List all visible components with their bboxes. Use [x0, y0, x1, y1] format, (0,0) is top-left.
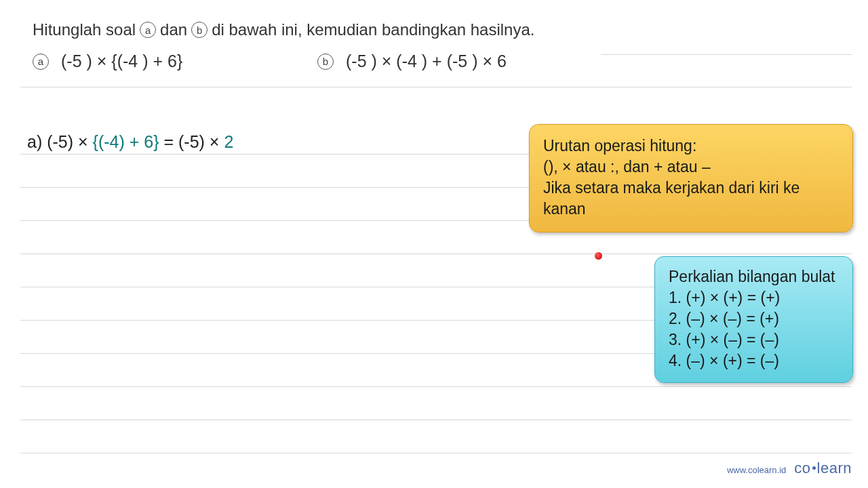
instruction-label-a: a	[140, 22, 156, 38]
problem-a: a (-5 ) × {(-4 ) + 6}	[33, 52, 304, 71]
ruled-line	[20, 420, 852, 420]
work-highlight-2: 2	[224, 132, 233, 151]
pointer-dot-icon	[595, 252, 602, 260]
callout-cyan-rule-3: 3. (+) × (–) = (–)	[669, 329, 839, 350]
dot-icon	[812, 466, 816, 470]
instruction-label-b: b	[191, 22, 208, 38]
footer-logo: colearn	[794, 460, 852, 477]
problem-a-label: a	[33, 54, 49, 70]
callout-yellow-line2: (), × atau :, dan + atau –	[543, 157, 839, 178]
instruction-part3: di bawah ini, kemudian bandingkan hasiln…	[212, 20, 534, 39]
problem-b-expression: (-5 ) × (-4 ) + (-5 ) × 6	[346, 52, 507, 71]
callout-integer-multiplication: Perkalian bilangan bulat 1. (+) × (+) = …	[654, 256, 853, 383]
ruled-line	[20, 453, 852, 453]
footer: www.colearn.id colearn	[727, 460, 852, 477]
work-step-a: a) (-5) × {(-4) + 6} = (-5) × 2	[27, 132, 233, 152]
work-highlight-1: {(-4) + 6}	[93, 132, 159, 151]
callout-cyan-rule-2: 2. (–) × (–) = (+)	[669, 308, 839, 329]
ruled-line-short	[601, 54, 852, 55]
ruled-line	[20, 253, 852, 254]
footer-url: www.colearn.id	[727, 465, 786, 475]
instruction-part2: dan	[160, 20, 187, 39]
footer-logo-learn: learn	[817, 460, 852, 476]
work-mid: = (-5) ×	[159, 132, 224, 151]
ruled-line	[20, 87, 852, 87]
callout-cyan-rule-1: 1. (+) × (+) = (+)	[669, 287, 839, 308]
callout-yellow-line3: Jika setara maka kerjakan dari kiri ke k…	[543, 178, 839, 220]
problem-b: b (-5 ) × (-4 ) + (-5 ) × 6	[317, 52, 507, 71]
callout-order-of-operations: Urutan operasi hitung: (), × atau :, dan…	[529, 124, 853, 232]
instruction-text: Hitunglah soal a dan b di bawah ini, kem…	[33, 20, 835, 39]
callout-cyan-rule-4: 4. (–) × (+) = (–)	[669, 350, 839, 371]
instruction-part1: Hitunglah soal	[33, 20, 136, 39]
problem-a-expression: (-5 ) × {(-4 ) + 6}	[61, 52, 182, 71]
callout-yellow-line1: Urutan operasi hitung:	[543, 136, 839, 157]
callout-cyan-title: Perkalian bilangan bulat	[669, 266, 839, 287]
work-prefix: a) (-5) ×	[27, 132, 93, 151]
problem-b-label: b	[317, 54, 334, 70]
ruled-line	[20, 386, 852, 387]
footer-logo-co: co	[794, 460, 810, 476]
